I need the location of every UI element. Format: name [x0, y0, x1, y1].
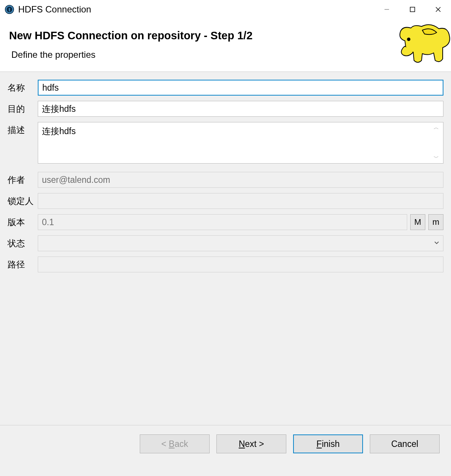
name-input[interactable] — [38, 80, 443, 96]
locker-input — [38, 193, 443, 209]
path-input — [38, 257, 443, 272]
cancel-button[interactable]: Cancel — [370, 434, 440, 453]
finish-button[interactable]: Finish — [293, 434, 363, 453]
purpose-label: 目的 — [8, 101, 38, 115]
wizard-header: New HDFS Connection on repository - Step… — [0, 19, 451, 72]
status-label: 状态 — [8, 235, 38, 249]
name-label: 名称 — [8, 80, 38, 94]
window-title: HDFS Connection — [18, 4, 374, 15]
svg-text:t: t — [9, 7, 10, 12]
next-button[interactable]: Next > — [216, 434, 286, 453]
path-label: 路径 — [8, 257, 38, 270]
wizard-title: New HDFS Connection on repository - Step… — [9, 29, 442, 42]
version-input — [38, 214, 407, 230]
locker-label: 锁定人 — [8, 193, 38, 207]
author-input — [38, 172, 443, 188]
version-label: 版本 — [8, 214, 38, 228]
window-controls — [374, 0, 451, 19]
status-select[interactable] — [38, 235, 443, 251]
titlebar: t HDFS Connection — [0, 0, 451, 19]
purpose-input[interactable] — [38, 101, 443, 117]
svg-point-7 — [408, 38, 410, 41]
svg-rect-4 — [410, 7, 415, 12]
back-button: < Back — [140, 434, 210, 453]
maximize-button[interactable] — [400, 0, 425, 19]
version-minor-button[interactable]: m — [428, 214, 443, 230]
wizard-subtitle: Define the properties — [9, 49, 442, 60]
hadoop-elephant-icon — [394, 23, 451, 68]
app-icon: t — [5, 5, 14, 14]
description-textarea[interactable]: 连接hdfs — [38, 122, 443, 164]
form-area: 名称 目的 描述 连接hdfs ︿﹀ 作者 — [0, 72, 451, 425]
description-label: 描述 — [8, 122, 38, 136]
dialog-window: t HDFS Connection New HDFS Connection on… — [0, 0, 451, 476]
version-major-button[interactable]: M — [410, 214, 425, 230]
wizard-footer: < Back Next > Finish Cancel — [0, 425, 451, 476]
minimize-button[interactable] — [374, 0, 400, 19]
author-label: 作者 — [8, 172, 38, 186]
close-button[interactable] — [425, 0, 451, 19]
